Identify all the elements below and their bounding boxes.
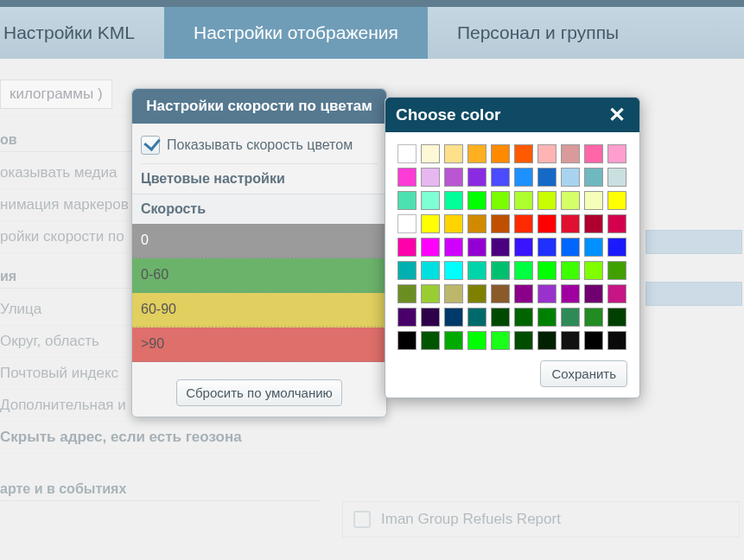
color-swatch[interactable] — [397, 214, 417, 233]
color-swatch[interactable] — [584, 191, 603, 210]
color-swatch[interactable] — [444, 261, 463, 280]
color-swatch[interactable] — [421, 214, 440, 233]
color-swatch[interactable] — [607, 191, 626, 210]
color-swatch[interactable] — [537, 331, 556, 350]
color-swatch[interactable] — [537, 214, 556, 233]
color-swatch[interactable] — [491, 261, 510, 280]
color-swatch[interactable] — [561, 238, 580, 257]
color-swatch[interactable] — [491, 284, 510, 303]
color-swatch[interactable] — [397, 331, 417, 350]
color-swatch[interactable] — [467, 308, 486, 327]
color-swatch[interactable] — [491, 308, 510, 327]
color-swatch[interactable] — [561, 168, 580, 187]
reset-defaults-button[interactable]: Сбросить по умолчанию — [176, 379, 342, 406]
color-swatch[interactable] — [467, 284, 486, 303]
save-color-button[interactable]: Сохранить — [540, 360, 627, 387]
speed-row-0[interactable]: 0 — [132, 224, 386, 258]
color-swatch[interactable] — [397, 168, 417, 187]
color-swatch[interactable] — [537, 261, 556, 280]
close-icon[interactable]: ✕ — [605, 105, 629, 125]
speed-row-2[interactable]: 60-90 — [132, 293, 386, 328]
color-swatch[interactable] — [561, 308, 580, 327]
color-swatch[interactable] — [467, 261, 486, 280]
color-swatch[interactable] — [514, 284, 533, 303]
tab-staff[interactable]: Персонал и группы — [428, 7, 648, 59]
color-swatch[interactable] — [537, 308, 556, 327]
color-swatch[interactable] — [444, 238, 463, 257]
color-swatch[interactable] — [397, 261, 417, 280]
color-swatch[interactable] — [537, 191, 556, 210]
color-swatch[interactable] — [444, 168, 463, 187]
color-swatch[interactable] — [397, 308, 417, 327]
color-swatch[interactable] — [491, 331, 510, 350]
color-swatch[interactable] — [607, 168, 626, 187]
color-swatch[interactable] — [514, 331, 533, 350]
color-swatch[interactable] — [607, 284, 626, 303]
color-swatch[interactable] — [514, 144, 533, 163]
color-swatch[interactable] — [421, 144, 440, 163]
color-swatch[interactable] — [397, 144, 417, 163]
color-swatch[interactable] — [584, 168, 603, 187]
color-swatch[interactable] — [537, 168, 556, 187]
color-swatch[interactable] — [467, 214, 486, 233]
color-swatch[interactable] — [467, 144, 486, 163]
color-swatch[interactable] — [607, 214, 626, 233]
color-swatch[interactable] — [421, 261, 440, 280]
color-swatch[interactable] — [514, 308, 533, 327]
color-swatch[interactable] — [561, 284, 580, 303]
color-swatch[interactable] — [514, 168, 533, 187]
color-swatch[interactable] — [444, 214, 463, 233]
color-swatch[interactable] — [561, 191, 580, 210]
color-swatch[interactable] — [607, 308, 626, 327]
checkbox-icon[interactable] — [353, 511, 371, 528]
color-swatch[interactable] — [514, 261, 533, 280]
color-swatch[interactable] — [561, 261, 580, 280]
color-swatch[interactable] — [421, 238, 440, 257]
speed-row-3[interactable]: >90 — [132, 328, 386, 362]
color-swatch[interactable] — [421, 168, 440, 187]
color-swatch[interactable] — [444, 331, 463, 350]
color-swatch[interactable] — [491, 214, 510, 233]
color-swatch[interactable] — [444, 284, 463, 303]
show-speed-checkbox[interactable] — [141, 136, 160, 155]
color-swatch[interactable] — [584, 308, 603, 327]
color-swatch[interactable] — [584, 144, 603, 163]
color-swatch[interactable] — [607, 144, 626, 163]
color-swatch[interactable] — [397, 284, 417, 303]
color-swatch[interactable] — [607, 331, 626, 350]
color-swatch[interactable] — [397, 191, 417, 210]
color-swatch[interactable] — [421, 308, 440, 327]
color-swatch[interactable] — [561, 144, 580, 163]
color-swatch[interactable] — [607, 238, 626, 257]
color-swatch[interactable] — [467, 238, 486, 257]
color-swatch[interactable] — [561, 214, 580, 233]
color-swatch[interactable] — [514, 191, 533, 210]
color-swatch[interactable] — [584, 214, 603, 233]
color-swatch[interactable] — [421, 284, 440, 303]
color-swatch[interactable] — [561, 331, 580, 350]
color-swatch[interactable] — [537, 284, 556, 303]
color-swatch[interactable] — [421, 331, 440, 350]
tab-kml[interactable]: Настройки KML — [0, 7, 164, 59]
color-swatch[interactable] — [607, 261, 626, 280]
color-swatch[interactable] — [491, 238, 510, 257]
color-swatch[interactable] — [467, 331, 486, 350]
speed-row-1[interactable]: 0-60 — [132, 258, 386, 293]
color-swatch[interactable] — [444, 308, 463, 327]
color-swatch[interactable] — [444, 191, 463, 210]
color-swatch[interactable] — [421, 191, 440, 210]
color-swatch[interactable] — [514, 214, 533, 233]
tab-display[interactable]: Настройки отображения — [164, 7, 428, 59]
color-swatch[interactable] — [397, 238, 417, 257]
color-swatch[interactable] — [584, 331, 603, 350]
color-swatch[interactable] — [584, 261, 603, 280]
color-swatch[interactable] — [491, 144, 510, 163]
color-swatch[interactable] — [537, 238, 556, 257]
color-swatch[interactable] — [467, 168, 486, 187]
color-swatch[interactable] — [467, 191, 486, 210]
color-swatch[interactable] — [491, 168, 510, 187]
report-row-refuels[interactable]: Iman Group Refuels Report — [342, 501, 740, 538]
color-swatch[interactable] — [514, 238, 533, 257]
color-swatch[interactable] — [584, 238, 603, 257]
color-swatch[interactable] — [584, 284, 603, 303]
